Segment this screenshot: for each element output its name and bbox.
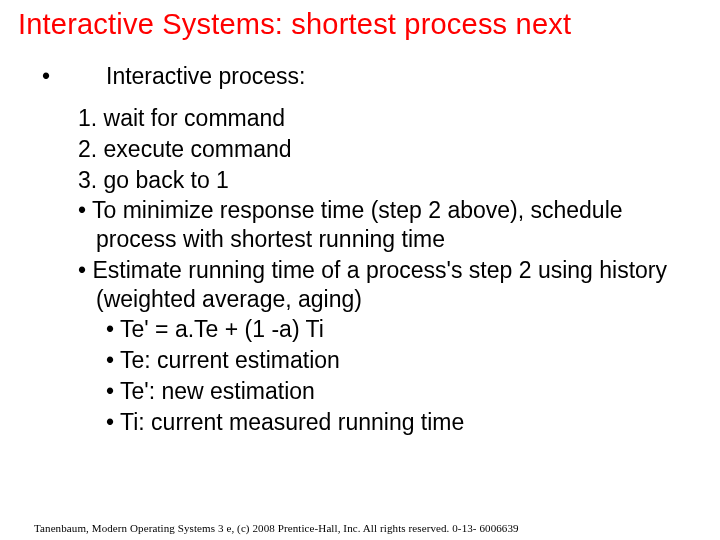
bullet-marker: •	[18, 63, 82, 90]
bullet-item: • To minimize response time (step 2 abov…	[78, 196, 702, 254]
footer-citation: Tanenbaum, Modern Operating Systems 3 e,…	[34, 522, 519, 534]
numbered-item: 3. go back to 1	[78, 166, 702, 195]
sub-bullet-item: • Te: current estimation	[78, 346, 702, 375]
slide-body: 1. wait for command 2. execute command 3…	[18, 104, 702, 436]
sub-bullet-item: • Te': new estimation	[78, 377, 702, 406]
bullet-item: • Estimate running time of a process's s…	[78, 256, 702, 314]
bullet-text: Interactive process:	[82, 63, 305, 90]
sub-bullet-item: • Ti: current measured running time	[78, 408, 702, 437]
slide-title: Interactive Systems: shortest process ne…	[18, 8, 702, 41]
sub-bullet-item: • Te' = a.Te + (1 -a) Ti	[78, 315, 702, 344]
numbered-item: 1. wait for command	[78, 104, 702, 133]
bullet-interactive-process: • Interactive process:	[18, 63, 702, 90]
numbered-item: 2. execute command	[78, 135, 702, 164]
slide: Interactive Systems: shortest process ne…	[0, 0, 720, 540]
